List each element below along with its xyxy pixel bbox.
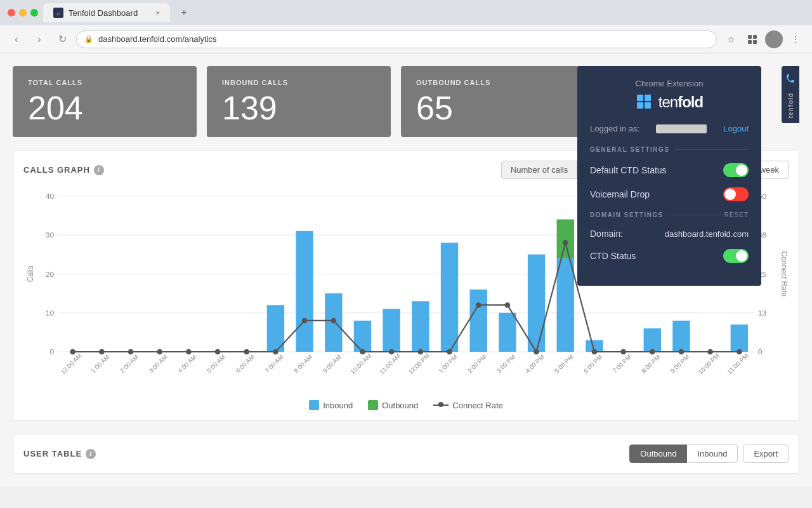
toggle-knob-2 [724, 189, 736, 200]
legend-color-box [368, 400, 378, 410]
stat-card-0: TOTAL CALLS204 [13, 66, 197, 137]
table-header: USER TABLE i OutboundInbound Export [23, 444, 789, 463]
forward-button[interactable]: › [30, 30, 48, 48]
connect-rate-dot [215, 349, 221, 355]
logout-button[interactable]: Logout [723, 124, 749, 133]
address-text: dashboard.tenfold.com/analytics [98, 34, 216, 44]
connect-rate-dot [620, 349, 626, 355]
ctd-status-setting: CTD Status [590, 249, 749, 263]
stat-card-1: INBOUND CALLS139 [207, 66, 391, 137]
inbound-bar [528, 255, 545, 352]
inbound-bar [412, 301, 429, 352]
legend-item: Outbound [368, 400, 418, 410]
svg-text:Calls: Calls [26, 265, 35, 282]
browser-toolbar: ‹ › ↻ 🔒 dashboard.tenfold.com/analytics … [0, 25, 812, 53]
extension-login-row: Logged in as: Logout [590, 124, 749, 133]
svg-text:10:00 AM: 10:00 AM [349, 352, 372, 375]
address-bar[interactable]: 🔒 dashboard.tenfold.com/analytics [76, 30, 717, 48]
stat-label: INBOUND CALLS [222, 79, 376, 86]
voicemail-drop-label: Voicemail Drop [590, 189, 650, 199]
browser-tab[interactable]: :: Tenfold Dashboard × [43, 3, 170, 22]
svg-text:0: 0 [758, 347, 763, 356]
svg-text:12:00 PM: 12:00 PM [407, 352, 431, 376]
connect-rate-dot [244, 349, 249, 355]
legend-item: Connect Rate [433, 400, 503, 410]
legend-line [433, 404, 449, 406]
svg-text:2:00 PM: 2:00 PM [466, 353, 488, 374]
connect-rate-dot [417, 349, 423, 355]
connect-rate-dot [360, 349, 365, 355]
connect-rate-dot [70, 349, 75, 355]
svg-text:::: :: [56, 11, 60, 17]
close-window-button[interactable] [8, 9, 15, 17]
inbound-bar [441, 243, 458, 352]
back-button[interactable]: ‹ [8, 30, 25, 48]
legend-dot [438, 402, 443, 407]
connect-rate-dot [476, 302, 481, 308]
connect-rate-dot [737, 349, 742, 355]
graph-tab-0[interactable]: Number of calls [501, 161, 577, 179]
connect-rate-dot [679, 349, 684, 355]
logged-in-user [656, 124, 707, 133]
table-actions: OutboundInbound [629, 444, 738, 463]
connect-rate-dot [186, 349, 192, 355]
bookmark-button[interactable]: ☆ [722, 30, 740, 48]
legend-line-container [433, 404, 449, 406]
outbound-bar [557, 219, 574, 258]
maximize-window-button[interactable] [30, 9, 38, 17]
toggle-knob [736, 164, 747, 176]
page-content: TOTAL CALLS204INBOUND CALLS139OUTBOUND C… [0, 53, 812, 486]
connect-rate-dot [447, 349, 452, 355]
connect-rate-dot [157, 349, 162, 355]
new-tab-button[interactable]: + [175, 4, 193, 22]
chrome-extension-popup: Chrome Extension tenfold [577, 66, 761, 286]
svg-rect-3 [753, 35, 757, 39]
extensions-button[interactable] [743, 30, 761, 48]
connect-rate-dot [505, 302, 511, 308]
domain-label: Domain: [590, 229, 623, 239]
inbound-bar [557, 258, 574, 352]
user-avatar[interactable] [765, 30, 783, 48]
reset-button[interactable]: RESET [724, 211, 749, 218]
graph-info-icon[interactable]: i [94, 165, 104, 175]
svg-text:20: 20 [46, 270, 55, 279]
svg-rect-5 [753, 40, 757, 44]
general-settings-title: GENERAL SETTINGS [590, 146, 749, 153]
extension-logo: tenfold [590, 93, 749, 111]
connect-rate-dot [707, 349, 713, 355]
svg-rect-50 [645, 102, 651, 109]
table-btn-inbound[interactable]: Inbound [687, 444, 738, 463]
default-ctd-toggle[interactable] [723, 163, 749, 177]
svg-text:Connect Rate: Connect Rate [780, 251, 789, 297]
refresh-button[interactable]: ↻ [53, 30, 71, 48]
domain-row: Domain: dashboard.tenfold.com [590, 229, 749, 239]
svg-text:6:00 AM: 6:00 AM [235, 354, 256, 375]
tab-close-button[interactable]: × [156, 9, 160, 17]
logged-in-label: Logged in as: [590, 124, 639, 133]
svg-text:4:00 PM: 4:00 PM [524, 353, 546, 374]
side-panel-phone-icon[interactable] [783, 71, 798, 86]
inbound-bar [383, 309, 400, 352]
stat-value: 139 [222, 91, 376, 124]
svg-text:2:00 AM: 2:00 AM [119, 354, 140, 375]
toggle-knob-3 [736, 250, 747, 262]
svg-rect-4 [748, 40, 752, 44]
svg-text:7:00 AM: 7:00 AM [263, 354, 284, 375]
domain-settings-header: DOMAIN SETTINGS RESET [590, 211, 749, 218]
user-table-section: USER TABLE i OutboundInbound Export [13, 434, 799, 474]
default-ctd-label: Default CTD Status [590, 165, 667, 175]
connect-rate-dot [389, 349, 395, 355]
minimize-window-button[interactable] [19, 9, 27, 17]
tenfold-side-panel[interactable]: tenfold [782, 66, 799, 123]
connect-rate-dot [592, 349, 598, 355]
chart-legend: InboundOutboundConnect Rate [23, 400, 789, 410]
inbound-bar [731, 324, 748, 352]
menu-button[interactable]: ⋮ [787, 30, 804, 48]
svg-text:30: 30 [46, 231, 55, 239]
domain-settings-title: DOMAIN SETTINGS [590, 211, 724, 218]
table-info-icon[interactable]: i [86, 449, 96, 459]
voicemail-drop-toggle[interactable] [723, 187, 749, 201]
table-btn-outbound[interactable]: Outbound [629, 444, 687, 463]
ctd-status-toggle[interactable] [723, 249, 749, 263]
export-button[interactable]: Export [743, 444, 789, 463]
